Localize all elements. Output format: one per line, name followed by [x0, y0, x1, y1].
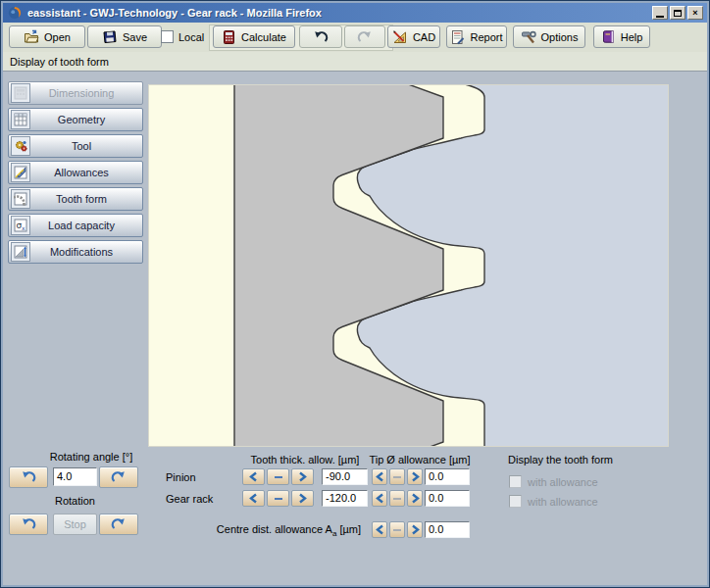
sidebar-item-tool[interactable]: Tool: [8, 134, 143, 158]
pinion-tip-allowance-spinner: [372, 468, 423, 485]
options-label: Options: [541, 31, 579, 43]
report-icon: [450, 29, 465, 45]
tooth-form-canvas: [148, 84, 669, 447]
increment-button[interactable]: [291, 490, 314, 507]
content-area: Dimensioning Geometry Tool Allowances To: [3, 73, 707, 585]
increment-button[interactable]: [291, 468, 314, 485]
increment-button[interactable]: [407, 490, 423, 507]
pinion-tip-allowance-input[interactable]: 0.0: [425, 468, 470, 485]
decrement-button[interactable]: [372, 521, 387, 538]
close-button[interactable]: ×: [687, 6, 703, 20]
subheader-title: Display of tooth form: [10, 56, 109, 68]
with-allowance-checkbox-2: [509, 495, 522, 508]
save-button[interactable]: Save: [87, 25, 162, 48]
tool-gears-icon: [11, 136, 30, 156]
redo-button[interactable]: [344, 25, 385, 48]
increment-button[interactable]: [407, 468, 423, 485]
rotation-label: Rotation: [53, 495, 97, 507]
rotate-cw-button[interactable]: [99, 466, 138, 488]
rack-profile: [234, 85, 443, 446]
local-label: Local: [178, 31, 204, 43]
centre-dist-label: Centre dist. allowance Aa [µm]: [204, 523, 361, 538]
gear-mesh-drawing: [149, 85, 668, 446]
options-tools-icon: [521, 29, 536, 45]
decrement-button[interactable]: [372, 468, 387, 485]
svg-text:x: x: [22, 224, 25, 231]
gear-rack-tooth-thick-input[interactable]: -120.0: [322, 490, 368, 507]
cad-label: CAD: [413, 31, 435, 43]
sidebar-label: Allowances: [30, 167, 132, 178]
application-window: eassistant - GWJ-Technology - Gear rack …: [0, 0, 710, 588]
centre-dist-input[interactable]: 0.0: [425, 521, 470, 538]
title-bar: eassistant - GWJ-Technology - Gear rack …: [3, 3, 707, 23]
with-allowance-label-1: with allowance: [528, 476, 598, 488]
reset-button[interactable]: [267, 490, 289, 507]
local-checkbox-row: Local: [161, 30, 204, 43]
tooth-form-icon: [11, 189, 30, 209]
minimize-button[interactable]: [652, 6, 668, 20]
sidebar-item-allowances[interactable]: Allowances: [8, 161, 143, 184]
redo-icon: [357, 30, 373, 44]
firefox-icon: [8, 6, 22, 20]
local-checkbox[interactable]: [161, 30, 174, 43]
cad-icon: [392, 29, 408, 45]
sidebar-item-geometry[interactable]: Geometry: [8, 108, 143, 131]
rotating-angle-label: Rotating angle [°]: [32, 451, 150, 463]
decrement-button[interactable]: [242, 468, 265, 485]
rotation-cw-button[interactable]: [99, 514, 138, 535]
cad-button[interactable]: CAD: [387, 25, 440, 48]
tip-allowance-header: Tip Ø allowance [µm]: [364, 454, 476, 466]
sidebar-label: Tooth form: [30, 193, 132, 205]
gear-rack-tooth-thick-spinner: [242, 490, 314, 507]
rotate-cw-icon: [111, 470, 127, 484]
help-button[interactable]: Help: [593, 25, 650, 48]
undo-icon: [313, 30, 329, 44]
reset-button[interactable]: [389, 468, 405, 485]
decrement-button[interactable]: [242, 490, 265, 507]
sidebar-label: Tool: [30, 140, 132, 152]
save-label: Save: [123, 31, 147, 43]
display-tooth-form-title: Display the tooth form: [508, 454, 613, 466]
tooth-thick-header: Tooth thick. allow. [µm]: [236, 454, 374, 466]
with-allowance-label-2: with allowance: [528, 496, 598, 508]
calculate-button[interactable]: Calculate: [213, 25, 295, 48]
with-allowance-checkbox-1: [509, 475, 522, 488]
decrement-button[interactable]: [372, 490, 387, 507]
sidebar-item-tooth-form[interactable]: Tooth form: [8, 187, 143, 211]
rotating-angle-input[interactable]: 4.0: [53, 467, 97, 486]
calculator-icon: [222, 29, 236, 45]
help-book-icon: [601, 29, 616, 44]
rotate-ccw-button[interactable]: [9, 466, 48, 488]
open-folder-icon: [24, 29, 39, 45]
increment-button[interactable]: [407, 521, 423, 538]
rotation-ccw-button[interactable]: [9, 514, 48, 535]
geometry-icon: [11, 110, 30, 129]
reset-button[interactable]: [389, 490, 405, 507]
reset-button[interactable]: [389, 521, 405, 538]
options-button[interactable]: Options: [513, 25, 585, 48]
sidebar-item-modifications[interactable]: Modifications: [8, 240, 143, 264]
report-button[interactable]: Report: [446, 25, 507, 48]
calculate-label: Calculate: [241, 31, 286, 43]
open-button[interactable]: Open: [9, 25, 85, 48]
maximize-button[interactable]: [670, 6, 685, 20]
sidebar-label: Geometry: [30, 114, 132, 125]
reset-button[interactable]: [267, 468, 289, 485]
sidebar-label: Dimensioning: [30, 87, 132, 99]
sidebar-item-load-capacity[interactable]: σx Load capacity: [8, 214, 143, 237]
gear-rack-row-label: Gear rack: [166, 493, 213, 505]
report-label: Report: [470, 31, 502, 43]
modifications-icon: [11, 242, 30, 262]
undo-button[interactable]: [299, 25, 342, 48]
pinion-tooth-thick-input[interactable]: -90.0: [322, 468, 368, 485]
pinion-row-label: Pinion: [166, 471, 196, 483]
dimensioning-icon: [11, 83, 30, 103]
help-label: Help: [621, 31, 643, 43]
rotation-ccw-icon: [21, 517, 36, 531]
sidebar-label: Modifications: [30, 246, 132, 258]
subheader-bar: Display of tooth form: [3, 52, 707, 72]
save-floppy-icon: [102, 29, 118, 45]
gear-rack-tip-allowance-input[interactable]: 0.0: [425, 490, 470, 507]
rotation-cw-icon: [111, 517, 127, 531]
gear-rack-tip-allowance-spinner: [372, 490, 423, 507]
